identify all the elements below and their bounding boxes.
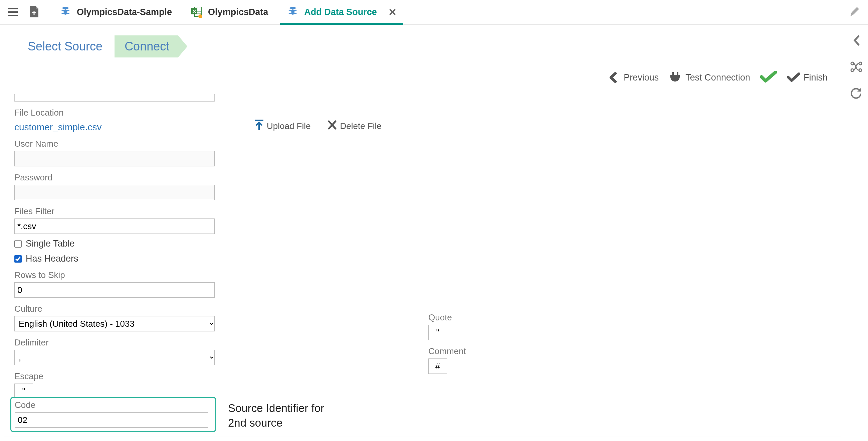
plug-icon	[669, 71, 682, 84]
hamburger-menu-icon[interactable]	[5, 5, 20, 19]
upload-icon	[255, 120, 264, 133]
delimiter-select[interactable]: ,	[14, 350, 215, 365]
tab-label: OlympicsData-Sample	[77, 7, 172, 18]
checkmark-green-icon	[760, 71, 777, 84]
svg-point-3	[851, 62, 854, 65]
data-source-icon	[287, 6, 299, 18]
tab-label: Add Data Source	[304, 7, 377, 18]
password-input[interactable]	[14, 185, 215, 200]
test-connection-label: Test Connection	[685, 72, 750, 83]
finish-button[interactable]: Finish	[787, 71, 828, 84]
data-source-icon	[59, 6, 71, 18]
wizard-step-connect[interactable]: Connect	[115, 35, 187, 57]
comment-input[interactable]	[428, 358, 447, 374]
collapse-right-icon[interactable]	[852, 35, 861, 48]
cut-off-field	[14, 94, 215, 101]
tab-olympicsdata[interactable]: OlympicsData	[181, 0, 277, 24]
file-location-label: File Location	[14, 108, 228, 118]
checkmark-icon	[787, 71, 800, 84]
delimiter-label: Delimiter	[14, 337, 228, 348]
refresh-icon[interactable]	[850, 88, 862, 100]
finish-label: Finish	[804, 72, 828, 83]
close-tab-icon[interactable]: ✕	[388, 6, 397, 18]
code-label: Code	[15, 400, 212, 410]
tab-label: OlympicsData	[208, 7, 268, 18]
culture-select[interactable]: English (United States) - 1033	[14, 316, 215, 331]
svg-point-4	[859, 62, 862, 65]
comment-label: Comment	[428, 346, 831, 356]
quote-label: Quote	[428, 312, 831, 323]
rows-to-skip-label: Rows to Skip	[14, 270, 228, 280]
single-table-label[interactable]: Single Table	[26, 239, 75, 249]
code-input[interactable]	[15, 412, 208, 428]
culture-label: Culture	[14, 304, 228, 314]
flow-icon[interactable]	[850, 61, 862, 74]
files-filter-label: Files Filter	[14, 206, 228, 216]
tab-add-data-source[interactable]: Add Data Source ✕	[277, 0, 406, 24]
new-file-icon[interactable]	[27, 5, 41, 19]
file-location-value[interactable]: customer_simple.csv	[14, 122, 101, 133]
user-name-input[interactable]	[14, 151, 215, 166]
upload-file-button[interactable]: Upload File	[255, 120, 311, 133]
chevron-left-icon	[607, 71, 620, 84]
quote-input[interactable]	[428, 325, 447, 340]
has-headers-label[interactable]: Has Headers	[26, 254, 79, 264]
delete-file-button[interactable]: Delete File	[328, 120, 381, 132]
tab-olympicsdata-sample[interactable]: OlympicsData-Sample	[50, 0, 181, 24]
escape-label: Escape	[14, 371, 228, 382]
code-field-highlight: Code	[10, 397, 216, 432]
previous-label: Previous	[624, 72, 659, 83]
svg-point-5	[851, 69, 854, 71]
has-headers-checkbox[interactable]	[14, 255, 22, 263]
upload-file-label: Upload File	[267, 121, 311, 131]
edit-pencil-icon[interactable]	[847, 5, 862, 19]
user-name-label: User Name	[14, 139, 228, 149]
files-filter-input[interactable]	[14, 218, 215, 234]
delete-file-label: Delete File	[340, 121, 381, 131]
delete-icon	[328, 120, 337, 132]
annotation-text: Source Identifier for 2nd source	[228, 401, 324, 431]
svg-point-6	[859, 69, 862, 71]
wizard-step-select-source[interactable]: Select Source	[18, 35, 115, 57]
password-label: Password	[14, 172, 228, 183]
rows-to-skip-input[interactable]	[14, 282, 215, 298]
previous-button[interactable]: Previous	[607, 71, 659, 84]
test-connection-button[interactable]: Test Connection	[669, 71, 750, 84]
excel-file-icon	[191, 6, 203, 18]
single-table-checkbox[interactable]	[14, 240, 22, 247]
